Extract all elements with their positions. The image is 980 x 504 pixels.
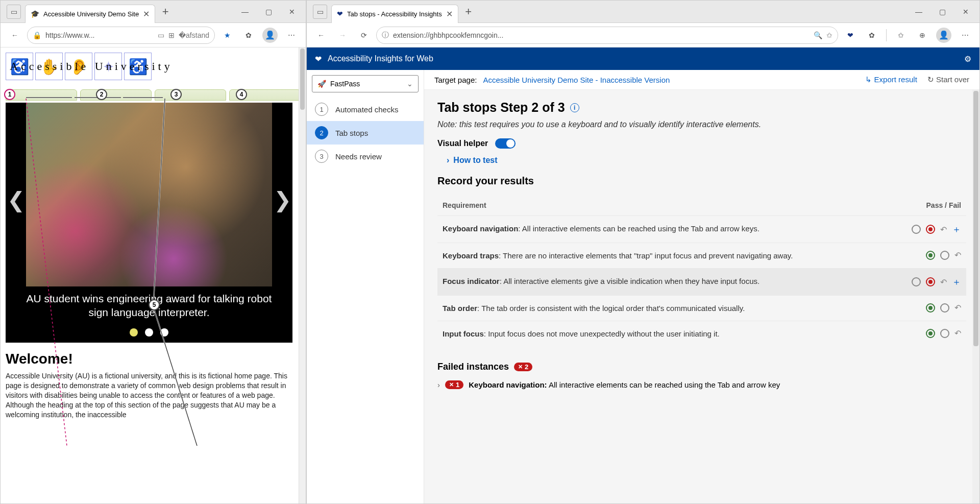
maximize-button[interactable]: ▢ [930,3,954,21]
left-toolbar: ← 🔒 https://www.w... ▭ ⊞ �afstand ★ ✿ ⋯ [1,23,306,47]
qr-icon[interactable]: ⊞ [168,31,175,39]
add-instance-button[interactable]: ＋ [952,276,961,288]
carousel-dot[interactable] [160,328,168,337]
back-button[interactable]: ← [6,26,24,44]
refresh-button[interactable]: ⟳ [355,26,373,44]
visual-helper-label: Visual helper [437,139,488,148]
fail-radio[interactable] [940,303,949,313]
step-note: Note: this test requires you to use a ke… [437,120,966,129]
collections-icon[interactable]: ⊕ [913,26,932,44]
au-nav-tab[interactable]: 3 [155,89,226,101]
start-over-button[interactable]: ↻ Start over [927,75,969,84]
pass-radio[interactable] [926,303,935,313]
pass-radio[interactable] [912,277,921,286]
add-instance-button[interactable]: ＋ [952,223,961,235]
fail-radio[interactable] [926,225,935,234]
au-nav-tab[interactable]: 4 [229,89,301,101]
favorite-icon[interactable]: ✩ [826,31,832,39]
au-nav-tab[interactable]: 2 [80,89,152,101]
undo-icon[interactable]: ↶ [940,277,947,287]
ai-brand-title: Accessibility Insights for Web [328,54,433,63]
reader-icon[interactable]: ▭ [158,31,164,39]
carousel-prev-button[interactable]: ❮ [6,179,26,220]
au-nav-tab[interactable]: 1 [6,89,77,101]
close-window-button[interactable]: ✕ [954,3,977,21]
ai-heart-icon[interactable]: ❤ [841,26,860,44]
how-to-test-button[interactable]: › How to test [447,156,966,165]
requirement-text: Focus indicator: All interactive element… [443,276,912,286]
more-menu-icon[interactable]: ⋯ [282,26,301,44]
ai-main: Target page: Accessible University Demo … [424,70,979,503]
failed-item-badge: 1 [445,380,463,389]
profile-avatar[interactable] [935,26,953,44]
target-page-link[interactable]: Accessible University Demo Site - Inacce… [483,76,670,84]
pass-radio[interactable] [926,251,935,260]
profile-avatar[interactable] [261,26,279,44]
lock-icon: 🔒 [33,31,41,39]
extensions-icon[interactable]: ✿ [239,26,258,44]
undo-icon[interactable]: ↶ [940,225,947,234]
undo-icon[interactable]: ↶ [954,303,961,313]
tab-actions-icon[interactable]: ▭ [313,5,327,19]
pass-radio[interactable] [912,225,921,234]
test-selector[interactable]: 🚀 FastPass ⌄ [312,75,419,92]
more-menu-icon[interactable]: ⋯ [956,26,974,44]
requirement-text: Keyboard navigation: All interactive ele… [443,223,912,234]
info-icon[interactable]: i [570,103,579,112]
zoom-icon[interactable]: �afstand [179,31,209,39]
tab-actions-icon[interactable]: ▭ [7,5,21,19]
separator [886,29,887,41]
fail-radio[interactable] [940,251,949,260]
carousel-image [26,103,272,286]
failed-count-badge: 2 [514,363,532,371]
record-results-heading: Record your results [437,175,966,187]
fail-radio[interactable] [926,277,935,286]
sidebar-item-tab-stops[interactable]: 2Tab stops [307,121,424,145]
left-browser-window: ▭ 🎓 Accessible University Demo Site ✕ + … [0,0,306,504]
fail-radio[interactable] [940,329,949,338]
carousel-next-button[interactable]: ❯ [272,179,292,220]
extensions-icon[interactable]: ✿ [863,26,881,44]
gear-icon[interactable]: ⚙ [964,54,971,64]
undo-icon[interactable]: ↶ [954,250,961,260]
new-tab-button[interactable]: + [461,5,476,19]
export-result-button[interactable]: ↳ Export result [865,75,917,84]
favorites-icon[interactable]: ✩ [892,26,910,44]
favorite-icon[interactable]: ★ [218,26,236,44]
pass-radio[interactable] [926,329,935,338]
requirement-row: Input focus: Input focus does not move u… [437,321,966,346]
info-icon: ⓘ [382,31,389,40]
forward-button[interactable]: → [333,26,352,44]
minimize-button[interactable]: — [233,3,257,21]
visual-helper-toggle[interactable] [495,138,516,149]
browser-tab[interactable]: 🎓 Accessible University Demo Site ✕ [25,5,155,23]
minimize-button[interactable]: — [907,3,930,21]
url-text: extension://ghbhpcookfemncgoin... [393,31,810,39]
maximize-button[interactable]: ▢ [257,3,280,21]
address-bar[interactable]: 🔒 https://www.w... ▭ ⊞ �afstand [27,27,215,44]
requirement-row: Tab order: The tab order is consistent w… [437,295,966,321]
close-tab-icon[interactable]: ✕ [446,9,453,19]
address-bar[interactable]: ⓘ extension://ghbhpcookfemncgoin... 🔍 ✩ [376,27,838,44]
browser-tab[interactable]: ❤ Tab stops - Accessibility Insights ✕ [331,5,458,23]
sidebar-item-needs-review[interactable]: 3Needs review [307,145,424,168]
undo-icon[interactable]: ↶ [954,328,961,338]
tabstop-5: 5 [149,299,160,310]
new-tab-button[interactable]: + [158,5,173,19]
sidebar-item-automated-checks[interactable]: 1Automated checks [307,98,424,121]
scrollbar[interactable] [972,90,979,503]
chevron-right-icon: › [447,156,449,165]
zoom-icon[interactable]: 🔍 [814,31,822,39]
ai-content: Tab stops Step 2 of 3 i Note: this test … [424,90,979,503]
carousel-dot[interactable] [145,328,153,337]
failed-instance-row[interactable]: › 1 Keyboard navigation: All interactive… [437,380,966,389]
requirement-text: Input focus: Input focus does not move u… [443,328,926,339]
carousel-dot[interactable] [130,328,138,337]
back-button[interactable]: ← [312,26,330,44]
close-tab-icon[interactable]: ✕ [143,9,150,19]
scrollbar[interactable] [299,47,306,503]
tab-title: Accessible University Demo Site [43,10,139,18]
step-number: 3 [315,150,328,163]
close-window-button[interactable]: ✕ [280,3,304,21]
au-nav-tabs: 1 2 3 4 [6,89,301,101]
